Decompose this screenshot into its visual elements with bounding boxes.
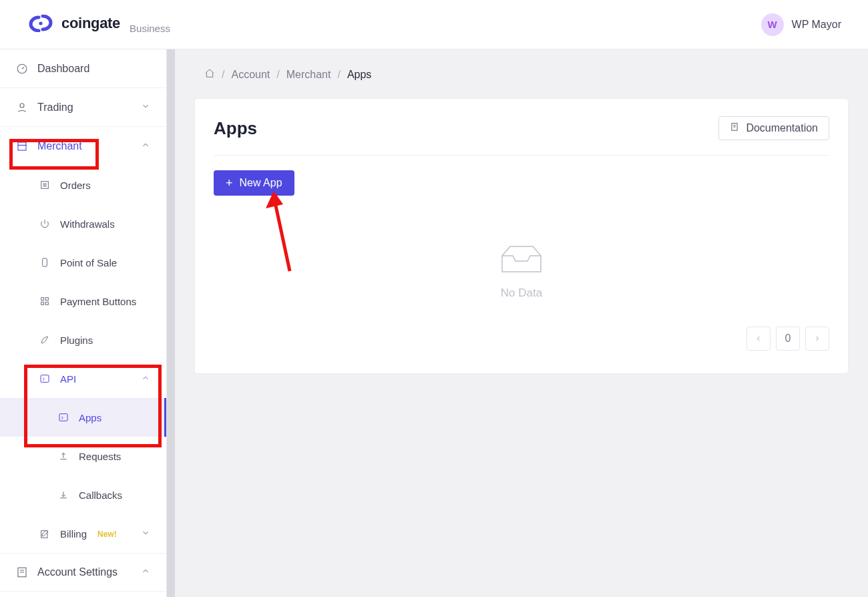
svg-rect-8 xyxy=(45,298,48,301)
sidebar-item-label: Trading xyxy=(37,102,73,114)
pagination: 0 xyxy=(214,327,829,351)
sidebar-item-orders[interactable]: Orders xyxy=(0,166,166,204)
sidebar-item-withdrawals[interactable]: Withdrawals xyxy=(0,204,166,243)
breadcrumb-separator: / xyxy=(276,69,279,81)
svg-rect-4 xyxy=(18,146,26,151)
pagination-page: 0 xyxy=(776,327,800,351)
brand-name: coingate xyxy=(61,15,120,32)
sidebar-item-label: Orders xyxy=(60,180,91,191)
sidebar-item-merchant[interactable]: Merchant xyxy=(0,127,166,166)
svg-rect-10 xyxy=(45,302,48,305)
chevron-down-icon xyxy=(141,102,150,114)
rocket-icon xyxy=(39,334,51,346)
power-icon xyxy=(39,218,51,230)
sidebar-item-label: Dashboard xyxy=(37,63,89,75)
sidebar-item-dashboard[interactable]: Dashboard xyxy=(0,49,166,88)
sidebar-item-billing[interactable]: Billing New! xyxy=(0,514,166,553)
terminal-icon xyxy=(39,373,51,385)
chevron-down-icon xyxy=(141,528,150,540)
chevron-up-icon xyxy=(141,566,150,578)
sidebar-item-account-settings[interactable]: Account Settings xyxy=(0,553,166,592)
sidebar-item-payment-buttons[interactable]: Payment Buttons xyxy=(0,282,166,321)
breadcrumb-separator: / xyxy=(222,69,224,81)
user-menu[interactable]: W WP Mayor xyxy=(761,13,841,36)
pagination-prev[interactable] xyxy=(746,327,771,351)
sidebar-item-trading[interactable]: Trading xyxy=(0,88,166,127)
sidebar: Dashboard Trading Merchant xyxy=(0,49,167,597)
brand-logo[interactable]: coingate xyxy=(27,15,120,32)
sidebar-item-api[interactable]: API xyxy=(0,359,166,398)
gauge-icon xyxy=(16,63,28,75)
new-app-button[interactable]: + New App xyxy=(214,170,294,196)
svg-point-0 xyxy=(39,21,42,25)
breadcrumb-separator: / xyxy=(337,69,340,81)
breadcrumb-merchant[interactable]: Merchant xyxy=(286,69,331,81)
breadcrumb-current: Apps xyxy=(347,69,371,81)
user-name: WP Mayor xyxy=(792,19,841,31)
new-badge: New! xyxy=(97,530,117,539)
sidebar-item-pos[interactable]: Point of Sale xyxy=(0,243,166,282)
sidebar-item-label: Plugins xyxy=(60,335,93,346)
breadcrumb: / Account / Merchant / Apps xyxy=(175,49,868,89)
card-header: Apps Documentation xyxy=(214,116,829,156)
sidebar-item-label: Apps xyxy=(79,412,101,423)
terminal-icon xyxy=(57,411,69,423)
svg-rect-3 xyxy=(18,142,26,146)
svg-rect-9 xyxy=(41,302,44,305)
header: coingate Business W WP Mayor xyxy=(0,0,868,49)
sidebar-item-label: Billing xyxy=(60,528,87,540)
device-icon xyxy=(39,256,51,268)
svg-point-2 xyxy=(20,104,24,108)
logo-icon xyxy=(27,15,55,32)
store-icon xyxy=(16,140,28,152)
account-type: Business xyxy=(130,23,170,34)
header-left: coingate Business xyxy=(27,15,170,34)
edit-icon xyxy=(39,528,51,540)
page-title: Apps xyxy=(214,118,257,139)
sidebar-item-apps[interactable]: Apps xyxy=(0,398,166,437)
pagination-next[interactable] xyxy=(805,327,829,351)
new-app-label: New App xyxy=(240,177,282,189)
download-icon xyxy=(57,489,69,501)
scrollbar[interactable] xyxy=(167,49,175,597)
chevron-up-icon xyxy=(141,373,150,385)
plus-icon: + xyxy=(226,177,233,189)
svg-rect-12 xyxy=(59,414,67,421)
sidebar-item-label: Callbacks xyxy=(79,489,122,501)
doc-icon xyxy=(730,122,739,134)
list-icon xyxy=(39,179,51,191)
sidebar-item-plugins[interactable]: Plugins xyxy=(0,321,166,359)
grid-icon xyxy=(39,295,51,307)
sidebar-item-callbacks[interactable]: Callbacks xyxy=(0,475,166,514)
svg-rect-7 xyxy=(41,298,44,301)
sidebar-item-label: Account Settings xyxy=(37,566,118,578)
sidebar-item-label: Payment Buttons xyxy=(60,296,136,307)
sidebar-item-label: API xyxy=(60,373,76,385)
settings-icon xyxy=(16,566,28,578)
empty-state: No Data xyxy=(214,242,829,300)
sidebar-item-requests[interactable]: Requests xyxy=(0,437,166,475)
svg-rect-11 xyxy=(41,375,49,383)
breadcrumb-account[interactable]: Account xyxy=(231,69,270,81)
avatar: W xyxy=(761,13,784,36)
chevron-up-icon xyxy=(141,140,150,152)
no-data-text: No Data xyxy=(501,286,542,300)
inbox-icon xyxy=(495,242,548,277)
apps-card: Apps Documentation + New App xyxy=(195,99,848,373)
sidebar-item-label: Withdrawals xyxy=(60,218,115,230)
user-icon xyxy=(16,102,28,114)
upload-icon xyxy=(57,450,69,462)
main-content: / Account / Merchant / Apps Apps Documen… xyxy=(175,49,868,597)
home-icon[interactable] xyxy=(204,68,215,81)
svg-rect-6 xyxy=(43,258,47,266)
sidebar-item-label: Requests xyxy=(79,451,121,462)
documentation-label: Documentation xyxy=(746,122,818,134)
sidebar-item-label: Merchant xyxy=(37,140,82,152)
sidebar-item-label: Point of Sale xyxy=(60,257,117,268)
documentation-button[interactable]: Documentation xyxy=(718,116,829,140)
